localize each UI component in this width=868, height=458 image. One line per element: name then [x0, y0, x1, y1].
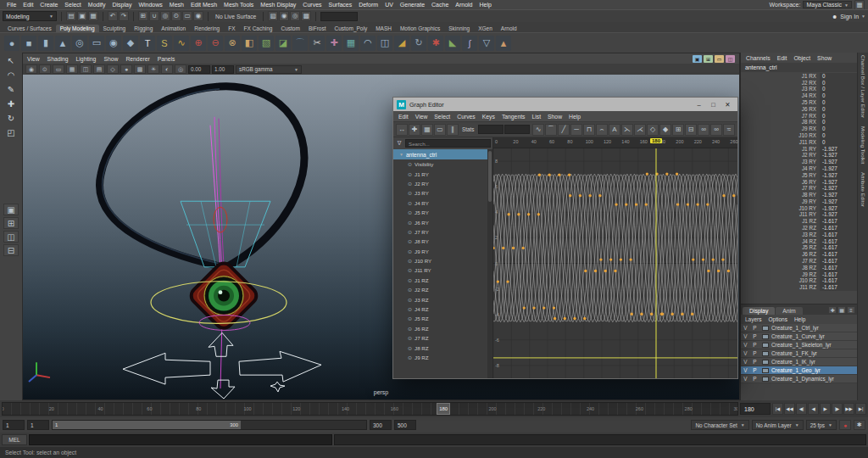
viewport-toolbar-icon[interactable]: ▦ [66, 64, 78, 74]
channel-value-field[interactable]: 0 [820, 99, 857, 106]
shelf-tab[interactable]: Sculpting [99, 25, 131, 32]
layer-row[interactable]: V P Creature_1_Skeleton_lyr [741, 341, 857, 349]
channel-row[interactable]: J4 RZ -1.617 [741, 238, 857, 245]
viewport-menu-item[interactable]: Panels [158, 56, 175, 62]
visibility-eye-icon[interactable]: ⊙ [408, 297, 412, 303]
shelf-tab[interactable]: Motion Graphics [396, 25, 444, 32]
tangent-tool-icon[interactable]: ⊓ [583, 124, 595, 136]
snap-icon[interactable]: ▭ [182, 11, 192, 21]
gamma-field[interactable]: 1.00 [212, 65, 234, 74]
outliner-attribute-item[interactable]: ⊙ Visibility [393, 159, 487, 169]
viewport-toolbar-icon[interactable]: ◐ [161, 64, 173, 74]
visibility-eye-icon[interactable]: ⊙ [408, 238, 412, 244]
fps-dropdown[interactable]: 25 fps ▼ [806, 420, 837, 430]
channel-row[interactable]: J5 RX 0 [741, 99, 857, 106]
viewport-toolbar-icon[interactable]: ▤ [93, 64, 105, 74]
shelf-tab[interactable]: MASH [371, 25, 396, 32]
layer-visibility-toggle[interactable]: V [741, 342, 750, 348]
layer-row[interactable]: V P Creature_1_Curve_lyr [741, 332, 857, 341]
visibility-eye-icon[interactable]: ⊙ [408, 249, 412, 254]
shelf-tool-icon[interactable]: ◆ [123, 36, 138, 51]
menu-item[interactable]: Curves [299, 2, 325, 8]
shelf-tab[interactable]: Custom [276, 25, 303, 32]
visibility-eye-icon[interactable]: ⊙ [408, 171, 412, 177]
outliner-attribute-item[interactable]: ⊙ J5 RY [393, 208, 487, 217]
viewport-toolbar-icon[interactable]: ▭ [53, 64, 64, 74]
viewport-menu-item[interactable]: Renderer [125, 56, 149, 62]
menu-item[interactable]: Cache [428, 2, 452, 8]
shelf-tool-icon[interactable]: ✱ [428, 36, 443, 51]
shelf-tool-icon[interactable]: ◎ [72, 36, 87, 51]
tangent-tool-icon[interactable]: A [609, 124, 620, 136]
menu-item[interactable]: UV [381, 2, 397, 8]
layer-color-swatch[interactable] [762, 360, 769, 365]
exposure-field[interactable]: 0.00 [188, 65, 210, 74]
graph-editor-menu-item[interactable]: View [415, 114, 428, 120]
status-icon[interactable]: ↷ [119, 11, 129, 21]
workspace-selector[interactable]: Workspace: Maya Classic ▼ ▦ [770, 0, 865, 10]
graph-editor-menu-item[interactable]: Edit [398, 114, 409, 120]
render-icon[interactable]: ▩ [301, 11, 311, 21]
channel-row[interactable]: J9 RX 0 [741, 126, 857, 132]
visibility-eye-icon[interactable]: ⊙ [408, 190, 412, 196]
status-icon[interactable]: ▤ [66, 11, 76, 21]
shelf-tab[interactable]: Skinning [444, 25, 474, 32]
tangent-tool-icon[interactable]: ─ [570, 124, 582, 136]
menu-item[interactable]: Mesh Tools [220, 2, 257, 8]
outliner-attribute-item[interactable]: ⊙ J9 RZ [393, 353, 487, 362]
outliner-attribute-item[interactable]: ⊙ J9 RY [393, 247, 487, 256]
shelf-tab[interactable]: Poly Modeling [56, 25, 99, 32]
shelf-tool-icon[interactable]: ◧ [242, 36, 257, 51]
layer-playback-toggle[interactable]: P [750, 350, 760, 356]
graph-editor-tool-icon[interactable]: ↔ [396, 124, 408, 136]
channel-value-field[interactable]: -1.617 [820, 265, 857, 271]
tangent-tool-icon[interactable]: ≈ [723, 124, 735, 136]
auto-key-icon[interactable]: ● [839, 420, 851, 430]
render-icon[interactable]: ◎ [290, 11, 300, 21]
graph-editor-menu-item[interactable]: Select [434, 114, 450, 120]
visibility-eye-icon[interactable]: ⊙ [408, 335, 412, 341]
shelf-tool-icon[interactable]: ▧ [259, 36, 274, 51]
visibility-eye-icon[interactable]: ⊙ [408, 267, 412, 273]
range-slider[interactable]: 1 300 [52, 420, 367, 430]
channel-value-field[interactable]: -1.617 [820, 225, 857, 232]
menu-item[interactable]: Create [36, 2, 61, 8]
menu-item[interactable]: Display [108, 2, 135, 8]
animation-curves-plot[interactable] [493, 148, 737, 378]
channel-value-field[interactable]: -1.927 [820, 172, 857, 179]
transport-button[interactable]: |▶ [832, 403, 843, 415]
visibility-eye-icon[interactable]: ⊙ [408, 258, 412, 264]
channel-row[interactable]: J7 RY -1.927 [741, 186, 857, 193]
menu-item[interactable]: Modify [85, 2, 109, 8]
layer-editor-menu-item[interactable]: Help [794, 316, 805, 322]
tangent-tool-icon[interactable]: ◆ [659, 124, 671, 136]
layer-action-icon[interactable]: ✚ [828, 306, 837, 314]
graph-editor-titlebar[interactable]: M Graph Editor –□✕ [393, 98, 737, 111]
curve-canvas[interactable] [493, 148, 737, 378]
playback-start-field[interactable]: 1 [27, 420, 49, 430]
channel-box-menu-item[interactable]: Show [817, 55, 832, 61]
visibility-eye-icon[interactable]: ⊙ [408, 200, 412, 206]
outliner-attribute-item[interactable]: ⊙ J8 RZ [393, 343, 487, 352]
channel-row[interactable]: J8 RY -1.927 [741, 192, 857, 198]
channel-row[interactable]: J7 RX 0 [741, 113, 857, 120]
shelf-tool-icon[interactable]: ▽ [479, 36, 494, 51]
shelf-tool-icon[interactable]: ▭ [89, 36, 104, 51]
viewport-toolbar-icon[interactable]: ▩ [134, 64, 146, 74]
layer-playback-toggle[interactable]: P [750, 342, 760, 348]
channel-row[interactable]: J2 RZ -1.617 [741, 225, 857, 232]
layer-visibility-toggle[interactable]: V [741, 376, 750, 382]
layer-row[interactable]: V P Creature_1_IK_lyr [741, 358, 857, 366]
graph-editor-menu-item[interactable]: Keys [482, 114, 495, 120]
menu-item[interactable]: Generate [397, 2, 428, 8]
outliner-attribute-item[interactable]: ⊙ J2 RY [393, 179, 487, 188]
channel-row[interactable]: J6 RX 0 [741, 106, 857, 113]
outliner-scrollbar[interactable] [487, 149, 492, 378]
tool-button[interactable]: ↻ [3, 112, 19, 125]
menu-item[interactable]: Surfaces [326, 2, 356, 8]
time-slider[interactable]: 0204060801001201401601802002202402602803… [2, 402, 738, 416]
layout-shortcut-button[interactable]: ⊟ [3, 244, 19, 256]
shelf-tool-icon[interactable]: ▲ [55, 36, 70, 51]
menu-item[interactable]: File [3, 2, 19, 8]
render-icon[interactable]: ▧ [268, 11, 278, 21]
